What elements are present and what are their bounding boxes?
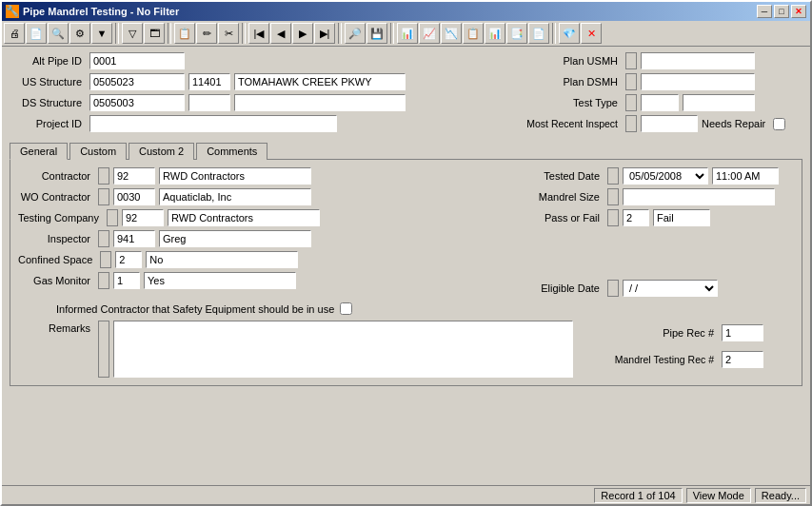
test-type-label: Test Type [517, 97, 622, 108]
gas-monitor-id-input[interactable] [113, 272, 140, 289]
toolbar-copy[interactable]: 📄 [26, 23, 47, 44]
confined-space-label: Confined Space [18, 254, 96, 265]
toolbar-search[interactable]: 🔍 [48, 23, 69, 44]
bottom-section: Remarks Pipe Rec # Mandrel Testing Rec # [18, 321, 794, 378]
toolbar-b6[interactable]: 📑 [506, 23, 527, 44]
eligible-date-select[interactable]: / / [623, 280, 718, 297]
contractor-indicator [98, 167, 109, 185]
most-recent-label: Most Recent Inspect [517, 118, 622, 129]
remarks-textarea[interactable] [113, 321, 573, 378]
toolbar-save[interactable]: 💾 [366, 23, 387, 44]
maximize-button[interactable]: □ [774, 5, 789, 18]
toolbar-dropdown[interactable]: ▼ [91, 23, 112, 44]
pipe-rec-input[interactable] [722, 324, 763, 341]
toolbar-settings[interactable]: ⚙ [69, 23, 90, 44]
pass-or-fail-value-input[interactable] [653, 209, 710, 226]
mandrel-testing-rec-label: Mandrel Testing Rec # [584, 354, 718, 365]
tested-time-input[interactable] [712, 167, 779, 185]
toolbar-prev[interactable]: ◀ [270, 23, 291, 44]
test-type-input1[interactable] [641, 94, 679, 111]
toolbar-b4[interactable]: 📋 [463, 23, 484, 44]
window-title: Pipe Mandrel Testing - No Filter [23, 6, 757, 17]
confined-space-indicator [100, 251, 111, 268]
ds-structure-name-input[interactable] [234, 94, 406, 111]
tab-general[interactable]: General [10, 143, 68, 160]
toolbar-filter[interactable]: ▽ [122, 23, 143, 44]
mandrel-testing-rec-input[interactable] [722, 351, 763, 368]
plan-dsmh-label: Plan DSMH [517, 76, 622, 88]
plan-usmh-input[interactable] [641, 52, 755, 69]
app-icon: 🔧 [6, 5, 19, 18]
test-type-input2[interactable] [683, 94, 755, 111]
eligible-date-indicator [607, 280, 619, 297]
plan-dsmh-input[interactable] [641, 73, 755, 90]
inspector-id-input[interactable] [113, 230, 155, 247]
tested-date-label: Tested Date [508, 170, 604, 182]
alt-pipe-id-input[interactable] [89, 52, 185, 69]
project-id-label: Project ID [10, 118, 86, 129]
informed-contractor-checkbox[interactable] [340, 302, 352, 315]
tested-date-row: Tested Date 05/05/2008 [508, 167, 794, 185]
pass-or-fail-row: Pass or Fail [508, 209, 794, 226]
title-bar: 🔧 Pipe Mandrel Testing - No Filter ─ □ ✕ [2, 2, 810, 21]
us-structure-name-input[interactable] [234, 73, 406, 90]
toolbar-first[interactable]: |◀ [248, 23, 269, 44]
toolbar-gem[interactable]: 💎 [559, 23, 580, 44]
test-type-row: Test Type [517, 94, 802, 111]
tested-date-select[interactable]: 05/05/2008 [623, 167, 708, 185]
us-structure-input[interactable] [89, 73, 185, 90]
testing-company-label: Testing Company [18, 212, 103, 224]
gas-monitor-row: Gas Monitor [18, 272, 489, 289]
record-info: Record 1 of 104 [594, 488, 682, 503]
project-id-input[interactable] [89, 115, 337, 132]
toolbar-b5[interactable]: 📊 [485, 23, 505, 44]
toolbar-next[interactable]: ▶ [292, 23, 313, 44]
tab-custom2[interactable]: Custom 2 [129, 143, 194, 160]
close-button[interactable]: ✕ [791, 5, 806, 18]
general-left-col: Contractor WO Contractor Testi [18, 167, 489, 301]
contractor-name-input[interactable] [159, 167, 311, 185]
gas-monitor-value-input[interactable] [144, 272, 296, 289]
toolbar-b7[interactable]: 📄 [528, 23, 549, 44]
tab-custom[interactable]: Custom [69, 143, 127, 160]
contractor-id-input[interactable] [113, 167, 155, 185]
gas-monitor-indicator [98, 272, 109, 289]
toolbar-find[interactable]: 🔎 [345, 23, 366, 44]
wo-contractor-name-input[interactable] [159, 188, 311, 205]
toolbar-b1[interactable]: 📊 [397, 23, 418, 44]
header-right: Plan USMH Plan DSMH Test Type [517, 52, 802, 136]
testing-company-id-input[interactable] [122, 209, 164, 226]
toolbar-delete[interactable]: ✂ [218, 23, 239, 44]
rec-section: Pipe Rec # Mandrel Testing Rec # [584, 321, 794, 378]
toolbar-b2[interactable]: 📈 [419, 23, 440, 44]
contractor-row: Contractor [18, 167, 489, 185]
most-recent-input[interactable] [641, 115, 698, 132]
toolbar-new[interactable]: 📋 [174, 23, 195, 44]
toolbar-view[interactable]: 🗔 [144, 23, 165, 44]
pass-or-fail-id-input[interactable] [623, 209, 649, 226]
minimize-button[interactable]: ─ [757, 5, 772, 18]
confined-space-value-input[interactable] [146, 251, 298, 268]
mandrel-testing-rec-row: Mandrel Testing Rec # [584, 351, 794, 368]
tab-comments[interactable]: Comments [196, 143, 267, 160]
ready-panel: Ready... [755, 488, 806, 503]
testing-company-name-input[interactable] [168, 209, 320, 226]
us-structure-code-input[interactable] [188, 73, 230, 90]
mandrel-size-input[interactable] [623, 188, 775, 205]
toolbar-last[interactable]: ▶| [314, 23, 335, 44]
header-section: Alt Pipe ID US Structure DS Structure [10, 52, 802, 136]
toolbar-b3[interactable]: 📉 [441, 23, 462, 44]
toolbar-x[interactable]: ✕ [581, 23, 602, 44]
toolbar-print[interactable]: 🖨 [4, 23, 25, 44]
header-left: Alt Pipe ID US Structure DS Structure [10, 52, 502, 136]
needs-repair-checkbox[interactable] [773, 118, 785, 130]
ds-structure-input[interactable] [89, 94, 185, 111]
confined-space-id-input[interactable] [115, 251, 142, 268]
ds-structure-code-input[interactable] [188, 94, 230, 111]
toolbar-edit[interactable]: ✏ [196, 23, 217, 44]
inspector-name-input[interactable] [159, 230, 311, 247]
tab-panel-general: Contractor WO Contractor Testi [10, 159, 802, 386]
wo-contractor-id-input[interactable] [113, 188, 155, 205]
wo-contractor-row: WO Contractor [18, 188, 489, 205]
toolbar-sep-4 [338, 23, 342, 44]
